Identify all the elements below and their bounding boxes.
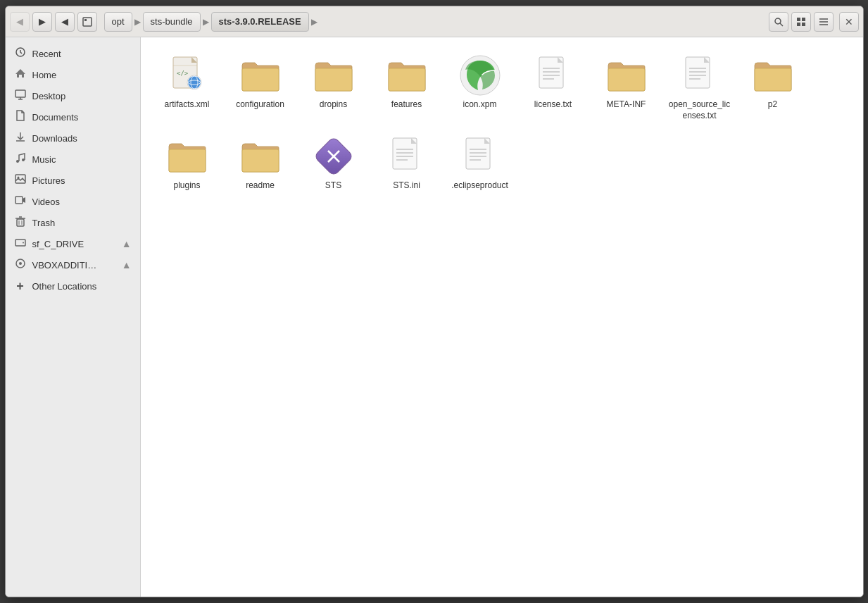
close-button[interactable]: ✕ [839, 12, 859, 32]
sidebar-item-pictures[interactable]: Pictures [6, 170, 140, 191]
sidebar-item-trash[interactable]: Trash [6, 212, 140, 233]
file-icon-license-txt [532, 54, 574, 97]
file-icon-readme [239, 135, 282, 178]
sidebar-item-downloads[interactable]: Downloads [6, 128, 140, 149]
sidebar-label-music: Music [32, 154, 132, 165]
sidebar-label-desktop: Desktop [32, 91, 132, 101]
file-item-meta-inf[interactable]: META-INF [591, 49, 662, 127]
history-back-button[interactable]: ◀ [55, 12, 75, 32]
sidebar-label-trash: Trash [32, 218, 132, 228]
main-area: Recent Home Desktop Documents [6, 37, 863, 597]
file-item-plugins[interactable]: plugins [152, 130, 222, 197]
file-name-meta-inf: META-INF [607, 99, 646, 111]
file-name-icon-xpm: icon.xpm [463, 99, 496, 111]
file-icon-open-source-licenses [679, 54, 721, 97]
downloads-icon [14, 131, 27, 145]
view-grid-button[interactable] [791, 12, 811, 32]
file-name-p2: p2 [768, 99, 777, 111]
file-manager-window: ◀ ▶ ◀ opt ▶ sts-bundle ▶ sts-3.9.0.RELEA… [5, 6, 864, 597]
pictures-icon [14, 173, 27, 187]
history-icon-button[interactable] [77, 12, 97, 32]
file-item-configuration[interactable]: configuration [225, 49, 296, 127]
breadcrumb-arrow-1: ▶ [134, 17, 141, 27]
breadcrumb-arrow-2: ▶ [202, 17, 210, 27]
file-icon-sts [313, 135, 355, 178]
file-icon-plugins [166, 135, 208, 178]
file-name-eclipseproduct: .eclipseproduct [451, 180, 508, 192]
file-name-open-source-licenses: open_source_licenses.txt [668, 99, 731, 121]
svg-point-2 [775, 18, 781, 24]
file-item-sts[interactable]: STS [298, 130, 369, 197]
file-icon-dropins [313, 54, 355, 97]
sf-c-drive-eject-icon[interactable]: ▲ [122, 238, 132, 249]
breadcrumb-sts-bundle[interactable]: sts-bundle [143, 12, 201, 32]
file-icon-features [386, 54, 428, 97]
recent-icon [14, 46, 27, 61]
svg-rect-13 [15, 90, 25, 97]
file-item-artifacts-xml[interactable]: </> artifacts.xml [152, 49, 222, 127]
file-icon-sts-ini [386, 135, 428, 178]
file-item-icon-xpm[interactable]: icon.xpm [445, 49, 515, 127]
file-area: </> artifacts.xml [141, 37, 863, 597]
file-item-open-source-licenses[interactable]: open_source_licenses.txt [665, 49, 735, 127]
search-button[interactable] [769, 12, 788, 32]
other-locations-icon: + [14, 279, 27, 294]
file-item-eclipseproduct[interactable]: .eclipseproduct [445, 130, 515, 197]
toolbar: ◀ ▶ ◀ opt ▶ sts-bundle ▶ sts-3.9.0.RELEA… [6, 6, 863, 37]
svg-point-38 [188, 76, 201, 89]
svg-rect-59 [169, 149, 206, 172]
sidebar-item-music[interactable]: Music [6, 149, 140, 170]
sidebar-label-recent: Recent [32, 49, 132, 59]
sidebar-label-downloads: Downloads [32, 133, 132, 144]
file-item-features[interactable]: features [372, 49, 442, 127]
breadcrumb-sts-release[interactable]: sts-3.9.0.RELEASE [211, 12, 309, 32]
back-button[interactable]: ◀ [10, 12, 30, 32]
file-name-readme: readme [246, 180, 275, 192]
svg-rect-58 [755, 68, 791, 91]
file-name-dropins: dropins [320, 99, 347, 111]
file-name-artifacts-xml: artifacts.xml [164, 99, 209, 111]
file-icon-p2 [752, 54, 794, 97]
file-grid: </> artifacts.xml [152, 49, 852, 197]
file-name-features: features [391, 99, 422, 111]
file-item-p2[interactable]: p2 [738, 49, 808, 127]
svg-point-30 [23, 242, 24, 244]
vboxadditi-eject-icon[interactable]: ▲ [122, 259, 132, 271]
breadcrumb-opt[interactable]: opt [104, 12, 132, 32]
sidebar-item-other-locations[interactable]: + Other Locations [6, 275, 140, 297]
svg-text:</>: </> [177, 70, 189, 77]
file-item-sts-ini[interactable]: STS.ini [372, 130, 442, 197]
file-name-configuration: configuration [236, 99, 284, 111]
sidebar-item-documents[interactable]: Documents [6, 106, 140, 128]
vboxadditi-icon [14, 258, 27, 272]
sidebar-item-sf-c-drive[interactable]: sf_C_DRIVE ▲ [6, 233, 140, 254]
file-item-license-txt[interactable]: license.txt [518, 49, 589, 127]
file-item-dropins[interactable]: dropins [298, 49, 369, 127]
svg-rect-42 [315, 68, 352, 91]
file-name-sts: STS [325, 180, 341, 192]
svg-rect-4 [797, 18, 800, 21]
svg-rect-60 [242, 149, 279, 172]
sidebar-label-pictures: Pictures [32, 175, 132, 186]
sidebar-item-videos[interactable]: Videos [6, 191, 140, 212]
sidebar-item-vboxadditi[interactable]: VBOXADDITI… ▲ [6, 254, 140, 275]
forward-button[interactable]: ▶ [32, 12, 52, 32]
sidebar-item-desktop[interactable]: Desktop [6, 85, 140, 106]
menu-button[interactable] [814, 12, 834, 32]
svg-rect-5 [802, 18, 805, 21]
file-icon-artifacts-xml: </> [166, 54, 208, 97]
svg-rect-24 [17, 219, 24, 226]
svg-rect-51 [608, 68, 645, 91]
svg-marker-12 [15, 69, 25, 77]
svg-rect-0 [83, 18, 92, 26]
file-name-license-txt: license.txt [534, 99, 572, 111]
svg-line-3 [780, 23, 783, 26]
sidebar-item-home[interactable]: Home [6, 64, 140, 85]
sidebar-label-sf-c-drive: sf_C_DRIVE [32, 239, 116, 249]
sidebar-label-videos: Videos [32, 197, 132, 207]
sidebar-item-recent[interactable]: Recent [6, 43, 140, 64]
breadcrumb-area: opt ▶ sts-bundle ▶ sts-3.9.0.RELEASE ▶ [104, 12, 762, 32]
svg-rect-41 [242, 68, 279, 91]
sidebar: Recent Home Desktop Documents [6, 37, 141, 597]
file-item-readme[interactable]: readme [225, 130, 296, 197]
